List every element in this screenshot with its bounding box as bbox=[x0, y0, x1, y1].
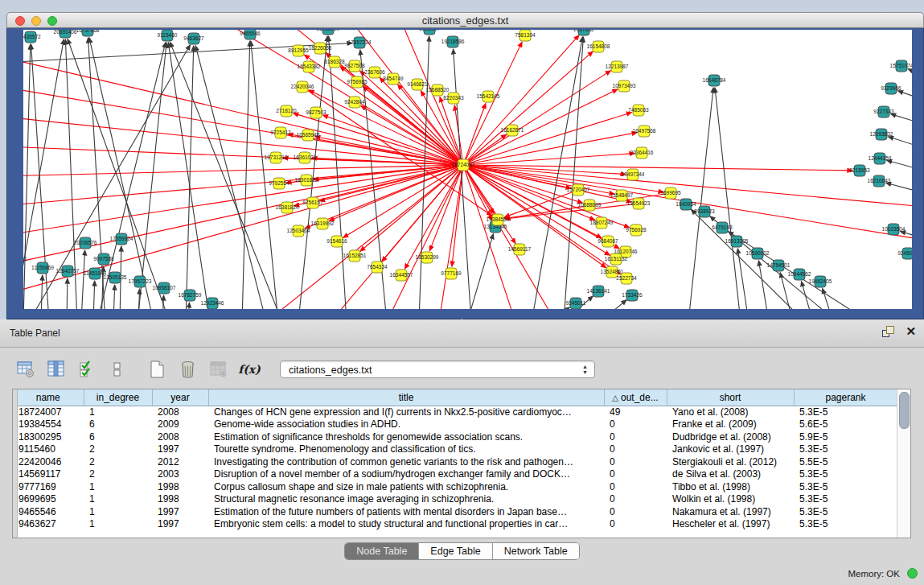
network-canvas[interactable]: 9435572206914061673796891154609463627946… bbox=[23, 30, 912, 309]
table-row[interactable]: 2242004622012Investigating the contribut… bbox=[13, 455, 897, 468]
show-columns-button[interactable] bbox=[45, 358, 68, 381]
graph-node[interactable]: 9329966 bbox=[881, 83, 901, 94]
memory-ok-indicator[interactable] bbox=[907, 568, 918, 579]
graph-node[interactable]: 11156869 bbox=[31, 262, 54, 274]
graph-node[interactable]: 1733426 bbox=[622, 290, 643, 301]
graph-node[interactable]: 9463627 bbox=[183, 33, 204, 44]
select-all-columns-button[interactable] bbox=[76, 358, 98, 381]
column-header-pagerank[interactable]: pagerank bbox=[794, 389, 897, 406]
table-row[interactable]: 1830029562008Estimation of significance … bbox=[13, 431, 897, 443]
graph-node[interactable]: 13654923 bbox=[627, 198, 651, 209]
graph-node[interactable]: 7654324 bbox=[367, 262, 388, 273]
graph-node[interactable]: 12213987 bbox=[606, 61, 629, 72]
graph-node[interactable]: 15688520 bbox=[426, 84, 450, 96]
graph-node[interactable]: 18301822 bbox=[295, 175, 318, 186]
function-builder-button[interactable]: f(x) bbox=[238, 358, 261, 381]
graph-node[interactable]: 18226058 bbox=[309, 43, 332, 54]
table-options-button[interactable] bbox=[14, 358, 37, 381]
graph-node[interactable]: 10590002 bbox=[746, 248, 770, 259]
graph-node[interactable]: 16210643 bbox=[868, 175, 891, 187]
graph-node[interactable]: 9146821 bbox=[407, 79, 428, 90]
graph-node[interactable]: 19218586 bbox=[441, 36, 465, 47]
graph-node[interactable]: 9115460 bbox=[158, 30, 178, 41]
graph-node[interactable]: 17857224 bbox=[348, 37, 372, 48]
graph-node[interactable]: 8215953 bbox=[849, 165, 870, 176]
graph-node[interactable]: 16543382 bbox=[298, 61, 321, 72]
graph-node[interactable]: 8220343 bbox=[443, 93, 464, 104]
graph-node[interactable]: 9792554 bbox=[269, 178, 290, 189]
graph-node[interactable]: 7581304 bbox=[515, 30, 536, 41]
graph-node[interactable]: 20206576 bbox=[74, 237, 97, 249]
create-table-button[interactable] bbox=[146, 358, 169, 381]
table-row[interactable]: 969969511998Structural magnetic resonanc… bbox=[13, 493, 897, 506]
column-header-name[interactable]: name bbox=[13, 389, 84, 406]
column-header-out_degree[interactable]: △out_de... bbox=[604, 389, 667, 406]
graph-node[interactable]: 9699695 bbox=[660, 187, 681, 199]
graph-node[interactable]: 15751074 bbox=[890, 60, 912, 72]
table-selector-dropdown[interactable]: citations_edges.txt ▲▼ bbox=[280, 360, 595, 378]
graph-node[interactable]: 9245011 bbox=[566, 298, 586, 309]
graph-node[interactable]: 12444159 bbox=[869, 153, 892, 164]
graph-node[interactable]: 1840954 bbox=[676, 199, 696, 210]
graph-node[interactable]: 9154616 bbox=[326, 236, 347, 247]
tab-edge-table[interactable]: Edge Table bbox=[419, 543, 492, 559]
row-column-mapping-button[interactable] bbox=[106, 358, 129, 381]
graph-node[interactable]: 16151132 bbox=[605, 253, 628, 265]
graph-node[interactable]: 9725412 bbox=[270, 127, 291, 138]
graph-node[interactable]: 2087682 bbox=[573, 30, 594, 35]
column-header-title[interactable]: title bbox=[208, 389, 604, 406]
float-panel-icon[interactable] bbox=[882, 326, 894, 337]
graph-node[interactable]: 2367606 bbox=[364, 67, 385, 78]
graph-node[interactable]: 10958107 bbox=[153, 282, 176, 294]
graph-node[interactable]: 16152851 bbox=[343, 250, 367, 262]
graph-node[interactable]: 2718120 bbox=[276, 105, 297, 117]
graph-node[interactable]: 7485063 bbox=[628, 105, 649, 116]
table-row[interactable]: 911546021997Tourette syndrome. Phenomeno… bbox=[13, 443, 897, 456]
graph-node[interactable]: 20691406 bbox=[54, 30, 77, 38]
graph-node[interactable]: 14136141 bbox=[587, 286, 610, 297]
graph-node[interactable]: 16381824 bbox=[276, 202, 299, 213]
graph-node[interactable]: 17957223 bbox=[129, 276, 152, 287]
graph-node[interactable]: 16162871 bbox=[501, 125, 524, 136]
table-row[interactable]: 1938455462009Genome-wide association stu… bbox=[13, 418, 897, 431]
graph-node[interactable]: 15542145 bbox=[477, 91, 500, 102]
graph-node[interactable]: 14569117 bbox=[508, 244, 532, 255]
graph-node[interactable]: 12942757 bbox=[56, 266, 80, 277]
graph-node[interactable]: 16319992 bbox=[311, 218, 335, 229]
graph-node[interactable]: 16344557 bbox=[390, 270, 413, 281]
graph-node[interactable]: 16737968 bbox=[76, 30, 100, 36]
graph-node[interactable]: 18530299 bbox=[416, 252, 439, 263]
graph-node[interactable]: 18807249 bbox=[590, 217, 614, 229]
graph-node[interactable]: 12923446 bbox=[201, 298, 224, 309]
graph-node[interactable]: 9245012 bbox=[897, 248, 912, 259]
graph-node[interactable]: 9227343 bbox=[873, 106, 894, 117]
graph-node[interactable]: 10497344 bbox=[622, 169, 645, 180]
graph-node[interactable]: 9465546 bbox=[240, 30, 261, 39]
graph-node[interactable]: 6479193 bbox=[712, 222, 733, 233]
graph-node[interactable]: 10731218 bbox=[265, 152, 288, 163]
graph-node[interactable]: 8813054 bbox=[419, 30, 440, 35]
graph-node[interactable]: 12093832 bbox=[870, 129, 893, 140]
column-header-in_degree[interactable]: in_degree bbox=[84, 389, 152, 406]
graph-node[interactable]: 2522734 bbox=[616, 273, 637, 284]
graph-node[interactable]: 8912955 bbox=[288, 45, 309, 56]
graph-node[interactable]: 16033809 bbox=[317, 30, 340, 35]
graph-node[interactable]: 9777169 bbox=[441, 268, 462, 279]
tab-network-table[interactable]: Network Table bbox=[493, 543, 579, 559]
column-header-year[interactable]: year bbox=[152, 389, 208, 406]
vertical-scrollbar[interactable] bbox=[897, 389, 910, 538]
table-row[interactable]: 1456911722003Disruption of a novel membe… bbox=[13, 468, 897, 481]
graph-node[interactable]: 17359924 bbox=[110, 233, 133, 245]
graph-node[interactable]: 20364416 bbox=[630, 147, 654, 159]
graph-node[interactable]: 8454749 bbox=[383, 73, 404, 84]
scrollbar-thumb[interactable] bbox=[899, 392, 910, 429]
close-panel-icon[interactable]: ✕ bbox=[906, 326, 916, 337]
graph-node[interactable]: 15720407 bbox=[567, 184, 590, 196]
table-row[interactable]: 946362711997Embryonic stem cells: a mode… bbox=[13, 518, 897, 531]
graph-node[interactable]: 9756157 bbox=[302, 197, 323, 208]
graph-node[interactable]: 16497568 bbox=[633, 126, 656, 137]
graph-node[interactable]: 9097588 bbox=[93, 253, 114, 265]
graph-node[interactable]: 10944562 bbox=[788, 269, 811, 280]
table-row[interactable]: 946554611997Estimation of the future num… bbox=[13, 505, 897, 518]
graph-node[interactable]: 16782759 bbox=[179, 290, 202, 301]
